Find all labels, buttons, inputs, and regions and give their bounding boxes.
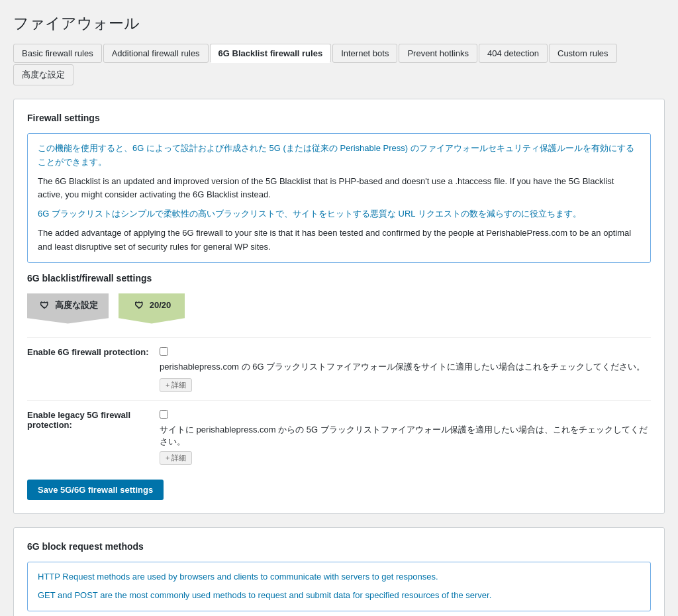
tab-hotlinks[interactable]: Prevent hotlinks	[399, 44, 477, 63]
tab-advanced[interactable]: 高度な設定	[13, 64, 73, 85]
block-info-line2: GET and POST are the most commonly used …	[38, 589, 640, 603]
badge-advanced-label: 高度な設定	[55, 299, 98, 311]
enable-5g-label: Enable legacy 5G firewall protection:	[27, 409, 160, 430]
badge-score: 🛡 20/20	[119, 293, 185, 324]
enable-6g-checkbox[interactable]	[160, 347, 168, 356]
enable-5g-text: サイトに perishablepress.com からの 5G ブラックリストフ…	[160, 424, 651, 448]
enable-5g-content: サイトに perishablepress.com からの 5G ブラックリストフ…	[160, 409, 651, 465]
badge-row: 🛡 高度な設定 🛡 20/20	[27, 293, 651, 324]
enable-6g-text: perishablepress.com の 6G ブラックリストファイアウォール…	[160, 361, 645, 373]
shield-grey-icon: 🛡	[38, 299, 51, 312]
enable-6g-content: perishablepress.com の 6G ブラックリストファイアウォール…	[160, 346, 651, 392]
tab-bots[interactable]: Internet bots	[332, 44, 397, 63]
enable-5g-detail-btn[interactable]: + 詳細	[160, 451, 192, 465]
page-title: ファイアウォール	[13, 13, 665, 34]
tab-blacklist[interactable]: 6G Blacklist firewall rules	[210, 44, 332, 63]
tab-detection[interactable]: 404 detection	[479, 44, 548, 63]
shield-green-icon: 🛡	[132, 299, 146, 312]
blacklist-subsection-title: 6G blacklist/firewall settings	[27, 273, 651, 283]
tabs-container: Basic firewall rules Additional firewall…	[13, 44, 665, 85]
tab-additional[interactable]: Additional firewall rules	[103, 44, 209, 63]
enable-6g-label: Enable 6G firewall protection:	[27, 346, 160, 357]
info-line4: The added advantage of applying the 6G f…	[38, 227, 640, 254]
badge-advanced: 🛡 高度な設定	[27, 293, 109, 324]
firewall-settings-title: Firewall settings	[27, 113, 651, 123]
tab-custom[interactable]: Custom rules	[549, 44, 617, 63]
info-line2: The 6G Blacklist is an updated and impro…	[38, 175, 640, 203]
enable-5g-checkbox[interactable]	[160, 410, 168, 419]
tab-basic[interactable]: Basic firewall rules	[13, 44, 102, 63]
firewall-settings-section: Firewall settings この機能を使用すると、6G によって設計およ…	[13, 99, 665, 514]
badge-score-label: 20/20	[150, 300, 171, 310]
save-56g-btn[interactable]: Save 5G/6G firewall settings	[27, 480, 164, 500]
info-line3: 6G ブラックリストはシンプルで柔軟性の高いブラックリストで、サイトをヒットする…	[38, 207, 640, 221]
block-info-line1: HTTP Request methods are used by browser…	[38, 570, 640, 584]
enable-5g-row: Enable legacy 5G firewall protection: サイ…	[27, 400, 651, 473]
firewall-info-box: この機能を使用すると、6G によって設計および作成された 5G (または従来の …	[27, 133, 651, 263]
enable-6g-detail-btn[interactable]: + 詳細	[160, 378, 192, 392]
info-line1: この機能を使用すると、6G によって設計および作成された 5G (または従来の …	[38, 142, 640, 170]
block-request-section: 6G block request methods HTTP Request me…	[13, 527, 665, 616]
block-request-info-box: HTTP Request methods are used by browser…	[27, 562, 651, 612]
enable-6g-row: Enable 6G firewall protection: perishabl…	[27, 337, 651, 400]
block-request-title: 6G block request methods	[27, 541, 651, 552]
